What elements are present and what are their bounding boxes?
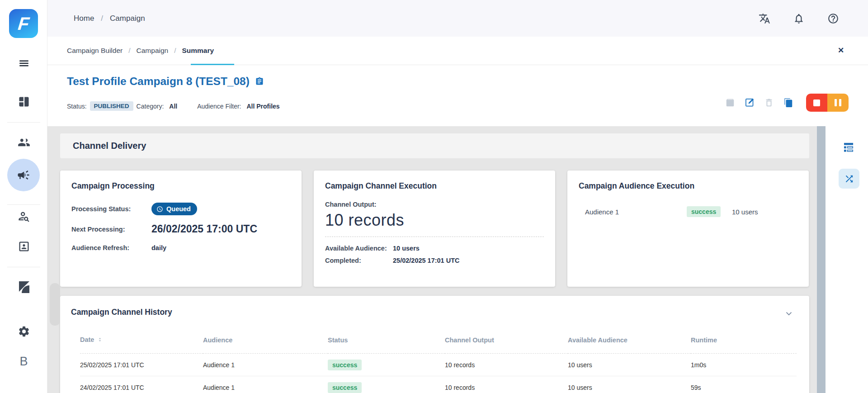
app-window: F B Home — [0, 0, 868, 393]
sidebar-divider — [7, 204, 40, 205]
completed-label: Completed: — [325, 257, 393, 264]
audience-refresh-label: Audience Refresh: — [71, 244, 151, 251]
main-content: Channel Delivery Campaign Processing Pro… — [47, 126, 826, 393]
column-header-channel-output: Channel Output — [445, 331, 568, 354]
column-header-date[interactable]: Date — [80, 331, 203, 354]
users-icon[interactable] — [0, 136, 47, 149]
available-audience-label: Available Audience: — [325, 245, 393, 252]
page-title: Test Profile Campaign 8 (TEST_08) — [67, 75, 264, 88]
breadcrumb-separator: / — [101, 14, 103, 23]
history-table-wrap: Date Audience Status Channel Output Avai… — [80, 331, 797, 393]
brand-logo[interactable]: F — [9, 9, 38, 38]
cell-channel-output: 10 records — [445, 354, 568, 376]
tab-separator: / — [174, 47, 176, 55]
cell-audience: Audience 1 — [203, 376, 328, 393]
archive-icon[interactable] — [725, 98, 735, 108]
audience-refresh-row: Audience Refresh: daily — [71, 244, 290, 251]
processing-status-label: Processing Status: — [71, 205, 151, 213]
pause-button[interactable] — [827, 94, 849, 112]
breadcrumb-home[interactable]: Home — [74, 14, 94, 23]
campaign-status-row: Status: PUBLISHED Category: All Audience… — [67, 101, 280, 111]
channel-output-value: 10 records — [325, 211, 544, 230]
cell-audience: Audience 1 — [203, 354, 328, 376]
shuffle-button[interactable] — [839, 169, 859, 189]
settings-icon[interactable] — [0, 325, 47, 338]
success-badge: success — [328, 360, 362, 370]
workspace-initial[interactable]: B — [0, 355, 47, 369]
stop-button[interactable] — [806, 94, 827, 112]
campaign-icon — [17, 168, 30, 182]
card-title: Campaign Channel Execution — [325, 181, 544, 191]
summary-cards: Campaign Processing Processing Status: Q… — [60, 170, 809, 287]
audience-filter-label: Audience Filter: — [197, 103, 241, 110]
completed-row: Completed: 25/02/2025 17:01 UTC — [325, 257, 544, 264]
help-icon[interactable] — [827, 13, 839, 24]
section-title: Channel Delivery — [73, 133, 146, 158]
menu-icon[interactable] — [0, 57, 47, 69]
processing-status-row: Processing Status: Queued — [71, 203, 290, 215]
breadcrumb-campaign[interactable]: Campaign — [110, 14, 145, 23]
k-logo-icon[interactable] — [0, 280, 47, 294]
channel-output-label: Channel Output: — [325, 201, 544, 208]
campaign-processing-card: Campaign Processing Processing Status: Q… — [60, 170, 302, 287]
cell-date: 25/02/2025 17:01 UTC — [80, 354, 203, 376]
status-label: Status: — [67, 103, 87, 110]
tabbar: Campaign Builder / Campaign / Summary ✕ — [47, 37, 868, 65]
clipboard-icon[interactable] — [255, 77, 264, 86]
sidebar-scrollbar[interactable] — [50, 283, 60, 326]
completed-value: 25/02/2025 17:01 UTC — [393, 257, 544, 264]
queued-badge: Queued — [151, 203, 197, 215]
contact-card-icon[interactable] — [0, 240, 47, 253]
audience-execution-row: Audience 1 success 10 users — [579, 206, 797, 217]
column-header-status: Status — [328, 331, 445, 354]
topbar: Home / Campaign — [47, 0, 868, 37]
copy-icon[interactable] — [783, 98, 793, 108]
next-processing-value: 26/02/2025 17:00 UTC — [151, 223, 290, 235]
cell-channel-output: 10 records — [445, 376, 568, 393]
success-badge: success — [328, 382, 362, 393]
card-divider — [325, 237, 544, 237]
vertical-scrollbar[interactable] — [817, 126, 826, 393]
campaign-nav-active[interactable] — [7, 159, 40, 191]
chevron-down-icon[interactable] — [784, 308, 794, 320]
tab-campaign[interactable]: Campaign — [137, 47, 169, 55]
breadcrumb: Home / Campaign — [47, 0, 868, 37]
stop-icon — [813, 99, 820, 106]
campaign-channel-execution-card: Campaign Channel Execution Channel Outpu… — [314, 170, 555, 287]
delete-icon[interactable] — [764, 98, 774, 108]
table-row[interactable]: 24/02/2025 17:01 UTC Audience 1 success … — [80, 376, 797, 393]
campaign-title-text: Test Profile Campaign 8 (TEST_08) — [67, 75, 250, 88]
campaign-header: Test Profile Campaign 8 (TEST_08) Status… — [47, 65, 868, 126]
tab-breadcrumb: Campaign Builder / Campaign / Summary — [47, 37, 868, 65]
dashboard-icon[interactable] — [0, 95, 47, 108]
table-row[interactable]: 25/02/2025 17:01 UTC Audience 1 success … — [80, 354, 797, 376]
campaign-audience-execution-card: Campaign Audience Execution Audience 1 s… — [567, 170, 809, 287]
translate-icon[interactable] — [759, 13, 770, 24]
status-badge: PUBLISHED — [90, 101, 133, 111]
category-value: All — [169, 103, 177, 110]
campaign-actions — [725, 94, 849, 112]
edit-icon[interactable] — [745, 98, 755, 108]
person-search-icon[interactable] — [0, 210, 47, 223]
next-processing-label: Next Processing: — [71, 226, 151, 233]
brand-logo-letter: F — [17, 14, 30, 33]
audience-name: Audience 1 — [585, 208, 687, 216]
sidebar: F B — [0, 0, 47, 393]
close-icon[interactable]: ✕ — [835, 44, 847, 57]
category-label: Category: — [137, 103, 164, 110]
cell-available-audience: 10 users — [568, 376, 691, 393]
history-title: Campaign Channel History — [71, 308, 797, 317]
shuffle-icon — [844, 174, 854, 184]
tab-campaign-builder[interactable]: Campaign Builder — [67, 47, 123, 55]
history-header-row: Date Audience Status Channel Output Avai… — [80, 331, 797, 354]
available-audience-value: 10 users — [393, 245, 544, 252]
column-header-audience: Audience — [203, 331, 328, 354]
tab-summary[interactable]: Summary — [182, 47, 214, 55]
campaign-channel-history-card: Campaign Channel History Date Audience S… — [60, 296, 809, 393]
notifications-icon[interactable] — [793, 13, 805, 24]
next-processing-row: Next Processing: 26/02/2025 17:00 UTC — [71, 223, 290, 235]
channel-delivery-header: Channel Delivery — [60, 133, 809, 158]
topbar-icons — [759, 0, 839, 37]
list-view-icon[interactable] — [844, 142, 854, 154]
sort-icon[interactable] — [98, 337, 102, 344]
